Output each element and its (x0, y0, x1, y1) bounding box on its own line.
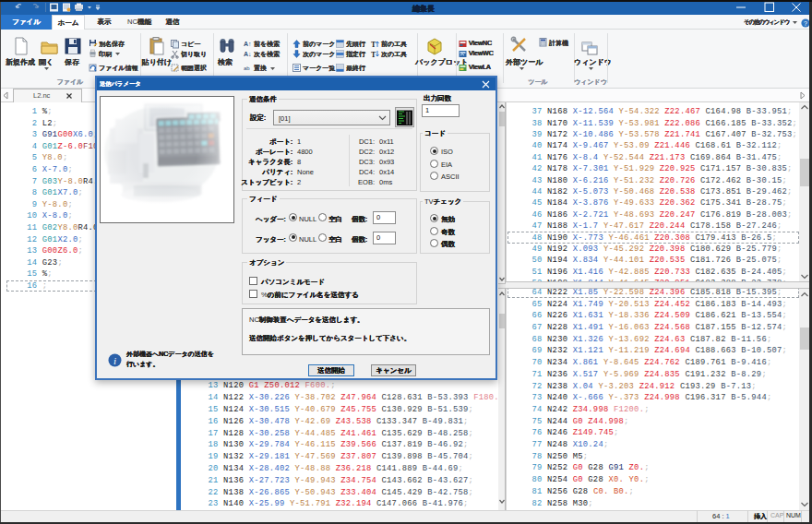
svg-text:i: i (113, 355, 116, 366)
svg-text:T: T (371, 40, 376, 48)
svg-text:T: T (371, 50, 376, 58)
svg-text:A↑: A↑ (244, 41, 252, 47)
svg-text:A↓: A↓ (244, 51, 252, 57)
svg-text:ab: ab (244, 66, 250, 71)
svg-text:?: ? (804, 20, 807, 27)
